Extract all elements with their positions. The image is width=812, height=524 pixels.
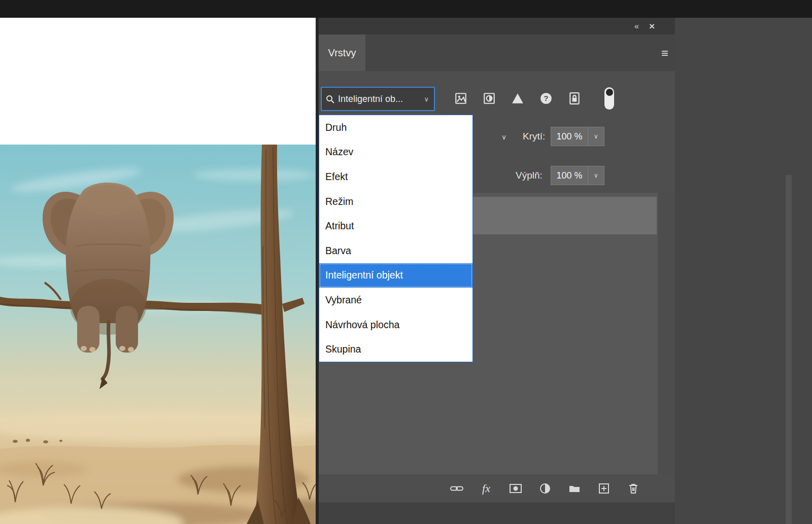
dropdown-item-skupina[interactable]: Skupina [319, 337, 472, 362]
filter-toggle-knob [606, 89, 613, 96]
fill-label: Výplň: [516, 170, 543, 181]
layers-list-gutter [658, 193, 675, 474]
dropdown-item-inteligentni-objekt[interactable]: Inteligentní objekt [319, 263, 472, 288]
tab-layers[interactable]: Vrstvy [319, 34, 365, 71]
window-titlebar [0, 0, 812, 18]
smart-object-filter-icon[interactable] [567, 91, 582, 106]
dropdown-item-efekt[interactable]: Efekt [319, 164, 472, 189]
link-layers-icon[interactable] [449, 481, 464, 496]
fill-value-field[interactable]: 100 % [551, 166, 588, 185]
new-group-folder-icon[interactable] [567, 481, 582, 496]
opacity-value-field[interactable]: 100 % [551, 127, 588, 146]
dropdown-item-barva[interactable]: Barva [319, 238, 472, 263]
layer-style-fx-icon[interactable]: fx [479, 481, 494, 496]
new-layer-icon[interactable] [596, 481, 612, 496]
tab-layers-label: Vrstvy [328, 47, 356, 59]
layer-filter-icons: ? [453, 83, 614, 114]
dropdown-item-navrhova-plocha[interactable]: Návrhová plocha [319, 312, 472, 337]
opacity-label: Krytí: [523, 131, 545, 142]
photoshop-window: « × Vrstvy ≡ Inteligentní ob... ∨ [0, 0, 812, 524]
question-glyph: ? [544, 94, 548, 102]
fx-label: fx [482, 482, 490, 495]
panel-window-controls: « × [634, 19, 675, 33]
panel-tab-bar [319, 34, 675, 71]
chevron-down-icon: ∨ [423, 95, 430, 103]
panel-menu-icon[interactable]: ≡ [657, 46, 673, 61]
pixel-layer-filter-icon[interactable] [453, 91, 468, 106]
dropdown-item-rezim[interactable]: Režim [319, 189, 472, 214]
search-icon [326, 95, 334, 103]
dropdown-item-atribut[interactable]: Atribut [319, 214, 472, 238]
panel-titlebar [319, 18, 675, 34]
fill-chevron-icon[interactable]: ∨ [588, 166, 604, 185]
dropdown-item-nazev[interactable]: Název [319, 140, 472, 165]
right-edge-strip [786, 175, 792, 524]
delete-layer-trash-icon[interactable] [626, 481, 641, 496]
type-layer-filter-icon[interactable] [510, 91, 525, 106]
adjustment-layer-filter-icon[interactable] [482, 91, 497, 106]
collapse-panel-icon[interactable]: « [634, 22, 639, 31]
elephant-desert-photo [0, 145, 316, 524]
adjustment-layer-icon[interactable] [537, 481, 553, 496]
panel-bottom-strip [319, 502, 675, 524]
filter-kind-value: Inteligentní ob... [338, 94, 423, 104]
add-layer-mask-icon[interactable] [508, 481, 523, 496]
dropdown-item-druh[interactable]: Druh [319, 115, 472, 140]
opacity-chevron-icon[interactable]: ∨ [588, 127, 604, 146]
filter-toggle-switch[interactable] [604, 87, 614, 110]
layers-toolbar-icons: fx [449, 476, 641, 501]
blend-mode-chevron-icon[interactable]: ∨ [496, 129, 512, 145]
document-canvas-white-area[interactable] [0, 18, 316, 145]
close-panel-icon[interactable]: × [649, 21, 655, 32]
layer-filter-kind-dropdown[interactable]: Inteligentní ob... ∨ [321, 87, 435, 111]
document-canvas-image[interactable] [0, 145, 316, 524]
shape-layer-filter-icon[interactable]: ? [538, 91, 554, 106]
filter-kind-dropdown-list: Druh Název Efekt Režim Atribut Barva Int… [319, 115, 473, 362]
dropdown-item-vybrane[interactable]: Vybrané [319, 288, 472, 312]
